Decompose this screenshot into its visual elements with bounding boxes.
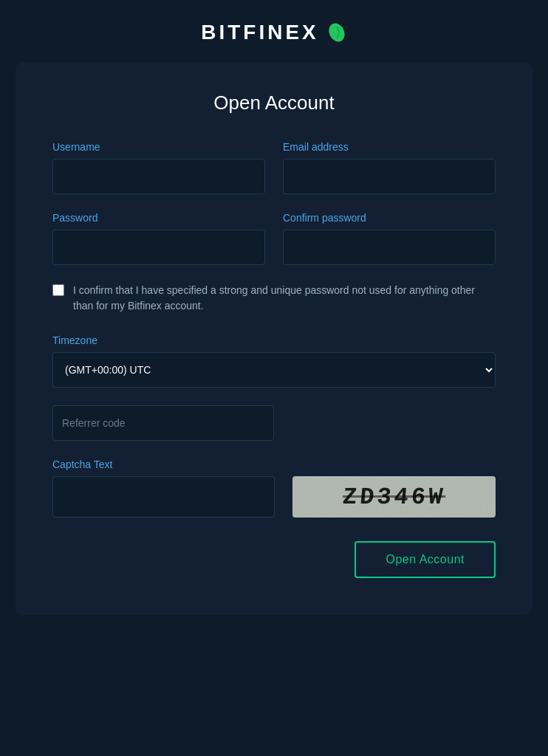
referrer-input[interactable] [52, 405, 274, 441]
email-input[interactable] [283, 159, 496, 194]
captcha-label: Captcha Text [52, 458, 496, 470]
confirm-password-group: Confirm password [283, 212, 496, 265]
email-label: Email address [283, 141, 496, 153]
email-group: Email address [283, 141, 496, 194]
captcha-input[interactable] [52, 476, 275, 518]
timezone-section: Timezone (GMT+00:00) UTC (GMT-05:00) EST… [52, 334, 496, 388]
username-input[interactable] [52, 159, 265, 194]
confirm-password-input[interactable] [283, 230, 496, 265]
username-label: Username [52, 141, 265, 153]
password-confirm-text: I confirm that I have specified a strong… [73, 283, 496, 314]
open-account-button[interactable]: Open Account [355, 541, 496, 578]
username-email-row: Username Email address [52, 141, 496, 194]
logo-text: BITFINEX [201, 21, 319, 44]
password-input[interactable] [52, 230, 265, 265]
captcha-section: Captcha Text ZD346W [52, 458, 496, 518]
timezone-label: Timezone [52, 334, 496, 346]
referrer-section [52, 405, 496, 441]
submit-row: Open Account [52, 541, 496, 578]
password-confirm-checkbox[interactable] [52, 284, 64, 296]
header: BITFINEX [201, 0, 347, 62]
captcha-image: ZD346W [292, 476, 496, 518]
password-row: Password Confirm password [52, 212, 496, 265]
captcha-display-text: ZD346W [341, 484, 446, 511]
password-confirm-row: I confirm that I have specified a strong… [52, 283, 496, 314]
password-group: Password [52, 212, 265, 265]
registration-card: Open Account Username Email address Pass… [16, 62, 532, 615]
page-title: Open Account [52, 92, 496, 114]
confirm-password-label: Confirm password [283, 212, 496, 224]
captcha-row: ZD346W [52, 476, 496, 518]
svg-point-0 [326, 22, 347, 43]
password-label: Password [52, 212, 265, 224]
leaf-icon [326, 22, 347, 43]
timezone-select[interactable]: (GMT+00:00) UTC (GMT-05:00) EST (GMT+01:… [52, 352, 496, 388]
username-group: Username [52, 141, 265, 194]
